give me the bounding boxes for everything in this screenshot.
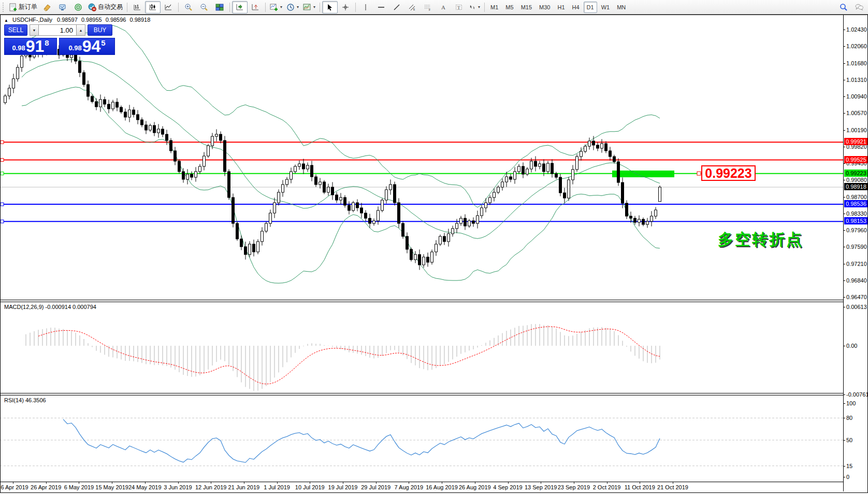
bar-chart-icon: [134, 4, 141, 11]
timeframe-button-D1[interactable]: D1: [584, 2, 597, 13]
volume-decrease-button[interactable]: ▼: [30, 24, 39, 36]
price-tick: [843, 197, 845, 197]
horizontal-line-button[interactable]: [373, 1, 389, 13]
price-tick-label: 0.99080: [846, 177, 867, 183]
price-tick: [843, 230, 845, 231]
rsi-pane[interactable]: [0, 396, 843, 482]
highlight-zone[interactable]: [612, 171, 674, 177]
signals-button[interactable]: [70, 1, 86, 13]
date-tick: [277, 482, 278, 484]
hline-handle[interactable]: [1, 220, 4, 223]
expert-advisors-button[interactable]: [55, 1, 70, 13]
date-tick: [508, 482, 509, 484]
cursor-icon: [326, 4, 334, 11]
timeframe-button-H1[interactable]: H1: [554, 2, 568, 13]
fibonacci-button[interactable]: F: [420, 1, 436, 13]
one-click-trade-panel: SELL ▼ 1.00 ▲ BUY 0.98 91 8 0.98 94 5: [4, 24, 115, 55]
macd-pane[interactable]: [0, 302, 843, 393]
styler-button[interactable]: [39, 1, 55, 13]
volume-increase-button[interactable]: ▲: [76, 24, 85, 36]
vertical-line-button[interactable]: [358, 1, 373, 13]
price-tick: [843, 163, 845, 164]
text-label-button[interactable]: T: [451, 1, 467, 13]
price-tick-label: 0.98700: [846, 194, 867, 200]
macd-tick-label: 0.00: [846, 343, 857, 349]
equidistant-channel-icon: E: [409, 4, 416, 11]
chart-annotation-text[interactable]: 多空转折点: [718, 229, 803, 250]
collapse-trade-panel-icon[interactable]: ▲: [4, 18, 8, 23]
crosshair-button[interactable]: [338, 1, 353, 13]
timeframe-button-M15[interactable]: M15: [518, 2, 535, 13]
hline-handle[interactable]: [1, 140, 4, 144]
timeframe-button-MN[interactable]: MN: [614, 2, 629, 13]
price-tick: [843, 280, 845, 281]
cursor-button[interactable]: [322, 1, 338, 13]
dropdown-caret-icon: ▾: [297, 5, 299, 9]
price-tick-label: 1.01680: [846, 60, 867, 66]
buy-price-big: 94: [82, 39, 101, 53]
date-tick: [46, 482, 47, 484]
price-tick: [843, 46, 845, 47]
pane-separator-main-macd[interactable]: [0, 300, 843, 302]
line-chart-button[interactable]: [161, 1, 176, 13]
price-tag-0.99921: 0.99921: [844, 138, 868, 145]
search-button[interactable]: [836, 1, 851, 13]
auto-scroll-button[interactable]: [232, 1, 248, 13]
bar-chart-button[interactable]: [129, 1, 145, 13]
arrows-button[interactable]: ▾: [467, 1, 482, 13]
periods-button[interactable]: ▾: [284, 1, 301, 13]
price-tag-0.98153: 0.98153: [844, 217, 868, 224]
mt4-terminal: 新订单 自动交易 ▾ ▾ ▾: [0, 0, 868, 494]
price-tick: [843, 130, 845, 131]
svg-text:F: F: [429, 8, 430, 11]
candlestick-chart-button[interactable]: [145, 1, 161, 13]
date-tick: [211, 482, 211, 484]
timeframe-button-H4[interactable]: H4: [569, 2, 583, 13]
buy-button[interactable]: BUY: [88, 24, 112, 36]
text-button[interactable]: A: [436, 1, 451, 13]
sell-price-display[interactable]: 0.98 91 8: [4, 38, 57, 55]
hline-handle[interactable]: [1, 172, 4, 175]
auto-trading-button[interactable]: 自动交易: [86, 1, 125, 13]
price-tick: [843, 80, 845, 80]
pane-separator-macd-rsi[interactable]: [0, 393, 843, 396]
price-tick-label: 0.96840: [846, 277, 867, 284]
sell-button[interactable]: SELL: [4, 24, 27, 36]
tile-windows-button[interactable]: [212, 1, 227, 13]
templates-button[interactable]: ▾: [301, 1, 317, 13]
new-order-button[interactable]: 新订单: [7, 1, 39, 13]
zoom-out-button[interactable]: [196, 1, 212, 13]
hline-handle[interactable]: [1, 159, 4, 162]
hline-handle[interactable]: [1, 203, 4, 206]
chat-icon: [855, 3, 863, 11]
volume-input[interactable]: 1.00: [39, 24, 76, 36]
zoom-in-button[interactable]: [181, 1, 196, 13]
price-tick: [843, 180, 845, 180]
symbol-timeframe-label: USDCHF-,Daily: [12, 17, 52, 23]
add-indicator-button[interactable]: ▾: [268, 1, 284, 13]
price-tick-label: 0.97210: [846, 261, 867, 267]
chart-shift-button[interactable]: [248, 1, 263, 13]
trendline-button[interactable]: [389, 1, 404, 13]
text-icon: A: [440, 4, 447, 11]
buy-price-sup: 5: [101, 38, 105, 47]
date-tick: [79, 482, 79, 484]
zoom-out-icon: [200, 3, 208, 11]
timeframe-button-W1[interactable]: W1: [598, 2, 613, 13]
main-price-pane[interactable]: [0, 16, 843, 300]
rsi-tick-label: 15: [846, 463, 852, 469]
date-tick: [376, 482, 377, 484]
chat-button[interactable]: [851, 1, 867, 13]
price-tick-label: 1.00190: [846, 127, 867, 133]
price-callout-box[interactable]: 0.99223: [701, 165, 756, 181]
price-tag-0.99525: 0.99525: [844, 156, 868, 163]
equidistant-channel-button[interactable]: E: [404, 1, 420, 13]
timeframe-button-M30[interactable]: M30: [536, 2, 553, 13]
sell-price-small: 0.98: [12, 44, 25, 52]
timeframe-button-M5[interactable]: M5: [502, 2, 516, 13]
ohlc-open: 0.98597: [57, 17, 78, 23]
callout-anchor-handle[interactable]: [697, 172, 701, 175]
toolbar-separator: [355, 3, 356, 12]
timeframe-button-M1[interactable]: M1: [487, 2, 501, 13]
buy-price-display[interactable]: 0.98 94 5: [59, 38, 115, 55]
